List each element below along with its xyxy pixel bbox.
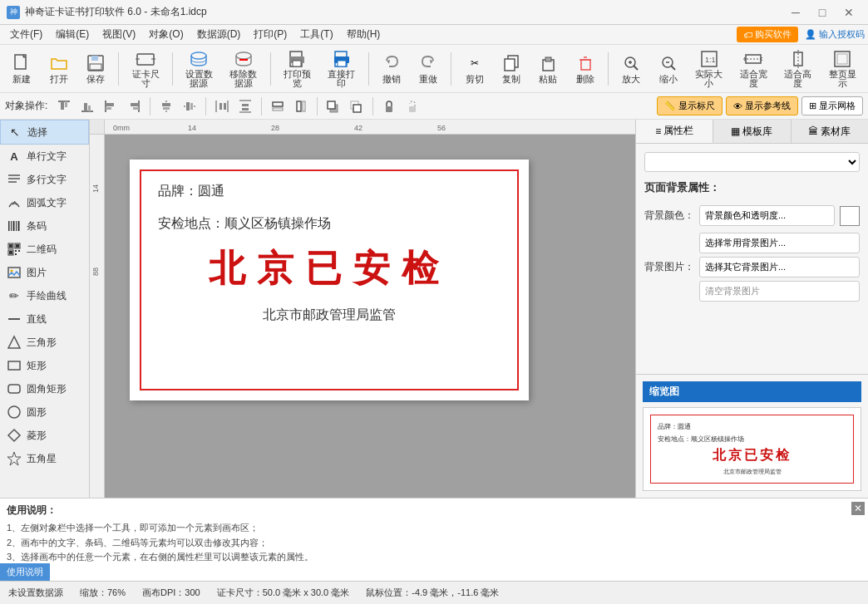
bg-image-btn1[interactable]: 选择常用背景图片...	[699, 233, 860, 253]
canvas-content[interactable]: 品牌：圆通 安检地点：顺义区杨镇操作场 北京已安检 北京市邮政管理局监管	[105, 135, 635, 498]
zoom-out-button[interactable]: 缩小	[652, 49, 685, 89]
menu-help[interactable]: 帮助(H)	[340, 26, 387, 43]
barcode-tool[interactable]: 条码	[0, 214, 89, 238]
dpi-status: 画布DPI：300	[142, 587, 200, 599]
menu-print[interactable]: 打印(P)	[247, 26, 293, 43]
menu-file[interactable]: 文件(F)	[3, 26, 49, 43]
image-tool[interactable]: 图片	[0, 261, 89, 284]
properties-dropdown[interactable]	[644, 152, 860, 172]
diamond-tool[interactable]: 菱形	[0, 424, 89, 447]
ruler-mark-56: 56	[437, 124, 446, 132]
svg-rect-51	[133, 107, 139, 110]
curve-tool[interactable]: ✏ 手绘曲线	[0, 284, 89, 307]
bg-clear-btn[interactable]: 清空背景图片	[699, 281, 860, 302]
show-grid-toggle[interactable]: ⊞ 显示网格	[801, 96, 863, 115]
fit-width-label: 适合宽度	[737, 70, 771, 88]
menu-object[interactable]: 对象(O)	[142, 26, 190, 43]
svg-rect-71	[328, 101, 335, 109]
card-size-button[interactable]: 证卡尺寸	[125, 49, 165, 89]
svg-rect-68	[297, 101, 301, 111]
new-button[interactable]: 新建	[5, 49, 38, 89]
rectangle-tool[interactable]: 矩形	[0, 354, 89, 377]
distribute-v-icon[interactable]	[235, 96, 255, 116]
delete-button[interactable]: 删除	[569, 49, 602, 89]
align-top-icon[interactable]	[54, 96, 74, 116]
help-text-1: 1、左侧对象栏中选择一个工具，即可添加一个元素到画布区；	[7, 521, 861, 536]
direct-print-button[interactable]: 直接打印	[321, 49, 362, 89]
copy-button[interactable]: 复制	[495, 49, 528, 89]
menu-edit[interactable]: 编辑(E)	[49, 26, 96, 43]
bg-color-button[interactable]: 背景颜色和透明度...	[699, 205, 835, 226]
print-preview-button[interactable]: 打印预览	[277, 49, 318, 89]
show-guide-toggle[interactable]: 👁 显示参考线	[726, 96, 798, 115]
maximize-button[interactable]: □	[810, 4, 835, 21]
help-text-3: 3、选择画布中的任意一个元素，在右侧的属性栏里可以调整该元素的属性。	[7, 550, 861, 565]
buy-button[interactable]: 🏷 购买软件	[737, 27, 798, 42]
tab-templates[interactable]: ▦ 模板库	[713, 120, 791, 143]
triangle-tool[interactable]: 三角形	[0, 331, 89, 354]
minimize-button[interactable]: ─	[783, 4, 808, 21]
auth-label: 输入授权码	[819, 28, 865, 41]
multi-text-tool[interactable]: 多行文字	[0, 168, 89, 191]
ruler-mark-28: 28	[271, 124, 279, 132]
fit-height-button[interactable]: 适合高度	[777, 49, 818, 89]
distribute-h-icon[interactable]	[212, 96, 232, 116]
ruler-mark-42: 42	[354, 124, 362, 132]
bg-image-btn2[interactable]: 选择其它背景图片...	[699, 257, 860, 277]
select-tool[interactable]: ↖ 选择	[0, 120, 89, 145]
card-inner: 品牌：圆通 安检地点：顺义区杨镇操作场 北京已安检 北京市邮政管理局监管	[130, 160, 529, 347]
qrcode-tool[interactable]: 二维码	[0, 238, 89, 261]
auth-button[interactable]: 👤 输入授权码	[805, 28, 865, 41]
svg-rect-74	[386, 106, 392, 112]
rounded-rect-tool[interactable]: 圆角矩形	[0, 377, 89, 400]
menu-tools[interactable]: 工具(T)	[293, 26, 339, 43]
line-tool[interactable]: 直线	[0, 307, 89, 331]
center-v-icon[interactable]	[180, 96, 200, 116]
send-back-icon[interactable]	[347, 96, 367, 116]
arc-text-tool[interactable]: A 圆弧文字	[0, 191, 89, 214]
set-datasource-button[interactable]: 设置数据源	[179, 49, 219, 89]
star-label: 五角星	[27, 452, 57, 466]
save-button[interactable]: 保存	[79, 49, 112, 89]
full-display-button[interactable]: 整页显示	[821, 49, 862, 89]
barcode-label: 条码	[27, 219, 47, 233]
preview-title: 缩览图	[643, 381, 861, 402]
title-text: 神奇证卡证书打印软件 6.0 - 未命名1.idcp	[25, 5, 207, 19]
show-grid-label: 显示网格	[819, 100, 856, 112]
align-bottom-icon[interactable]	[77, 96, 97, 116]
align-left-icon[interactable]	[101, 96, 121, 116]
bring-front-icon[interactable]	[323, 96, 343, 116]
zoom-in-button[interactable]: 放大	[614, 49, 648, 89]
paste-button[interactable]: 粘贴	[531, 49, 565, 89]
actual-size-button[interactable]: 1:1 实际大小	[688, 49, 729, 89]
cut-button[interactable]: ✂ 剪切	[457, 49, 491, 89]
tab-properties[interactable]: ≡ 属性栏	[636, 120, 713, 143]
open-button[interactable]: 打开	[42, 49, 75, 89]
lock-icon[interactable]	[379, 96, 399, 116]
show-ruler-toggle[interactable]: 📏 显示标尺	[657, 96, 723, 115]
redo-button[interactable]: 重做	[412, 49, 445, 89]
undo-button[interactable]: 撤销	[374, 49, 407, 89]
toolbar2: 对象操作: 📏	[0, 93, 868, 120]
help-toggle-button[interactable]: 使用说明	[0, 563, 50, 581]
menu-view[interactable]: 视图(V)	[96, 26, 142, 43]
toolbar2-sep4	[317, 97, 318, 115]
unlock-icon[interactable]	[402, 96, 422, 116]
tab-assets[interactable]: 🏛 素材库	[792, 120, 868, 143]
single-text-tool[interactable]: A 单行文字	[0, 145, 89, 168]
align-right-icon[interactable]	[124, 96, 144, 116]
help-close-button[interactable]: ✕	[851, 502, 865, 515]
rectangle-icon	[7, 358, 22, 373]
menu-datasource[interactable]: 数据源(D)	[190, 26, 248, 43]
same-height-icon[interactable]	[291, 96, 311, 116]
star-tool[interactable]: 五角星	[0, 447, 89, 470]
same-width-icon[interactable]	[268, 96, 288, 116]
title-bar-left: 神 神奇证卡证书打印软件 6.0 - 未命名1.idcp	[7, 5, 207, 19]
bg-color-box[interactable]	[840, 206, 860, 226]
line-label: 直线	[27, 312, 47, 327]
close-button[interactable]: ✕	[836, 4, 861, 21]
center-h-icon[interactable]	[156, 96, 176, 116]
fit-width-button[interactable]: 适合宽度	[733, 49, 774, 89]
remove-datasource-button[interactable]: 移除数据源	[223, 49, 264, 89]
circle-tool[interactable]: 圆形	[0, 400, 89, 424]
